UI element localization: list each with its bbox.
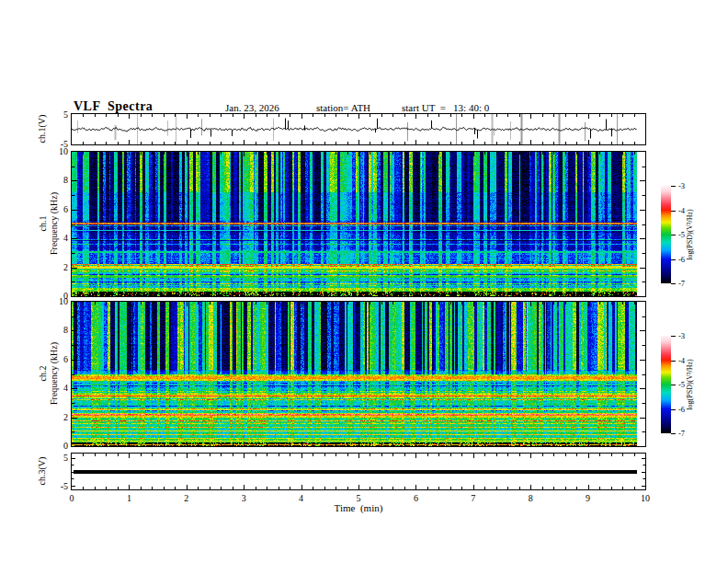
time-axis-label: Time (min) bbox=[335, 502, 383, 513]
colorbar-tick-mark bbox=[671, 259, 676, 260]
date-label: Jan. 23, 2026 bbox=[225, 102, 279, 113]
ch2-spec-ytick: 0 bbox=[46, 442, 68, 451]
time-axis-tick: 9 bbox=[586, 494, 590, 503]
ch2-spec-ytick: 2 bbox=[46, 413, 68, 422]
colorbar-tick-label: -5 bbox=[678, 381, 685, 389]
colorbar-ch2-label: log(PSD)(V²/Hz) bbox=[687, 359, 694, 409]
ch1-wave-ytick: 5 bbox=[46, 110, 68, 120]
colorbar-tick-label: -6 bbox=[678, 255, 685, 263]
ch3-wave-ytick: -5 bbox=[46, 482, 68, 491]
colorbar-tick-label: -7 bbox=[678, 430, 685, 438]
ch2-spec-ytick: 4 bbox=[46, 384, 68, 393]
ch1-spec-ylabel-freq: Frequency (kHz) bbox=[50, 192, 59, 255]
ch3-waveform-canvas bbox=[72, 454, 645, 489]
panel-ch1-spectrogram bbox=[71, 151, 646, 297]
time-axis-tick: 10 bbox=[641, 494, 650, 503]
colorbar-tick-mark bbox=[671, 409, 676, 410]
ch1-spec-ytick: 8 bbox=[46, 176, 68, 185]
colorbar-tick-label: -4 bbox=[678, 356, 685, 364]
ch2-spec-ylabel-freq: Frequency (kHz) bbox=[50, 342, 59, 405]
panel-ch3-waveform bbox=[71, 453, 646, 490]
ch2-spec-ytick: 8 bbox=[46, 326, 68, 335]
colorbar-ch1 bbox=[661, 186, 671, 283]
page-title: VLF Spectra bbox=[74, 99, 153, 114]
ch1-spec-ytick: 6 bbox=[46, 205, 68, 214]
colorbar-tick-label: -3 bbox=[678, 332, 685, 340]
time-axis-tick: 2 bbox=[184, 494, 188, 503]
colorbar-tick-mark bbox=[671, 186, 676, 187]
ch1-spec-ylabel-ch: ch.1 bbox=[39, 216, 48, 232]
time-axis-tick: 6 bbox=[414, 494, 418, 503]
ch2-spectrogram-canvas bbox=[72, 302, 645, 446]
colorbar-ch1-label: log(PSD)(V²/Hz) bbox=[687, 209, 694, 259]
time-axis-tick: 3 bbox=[242, 494, 246, 503]
time-axis-tick: 1 bbox=[127, 494, 131, 503]
ch3-wave-ytick: 5 bbox=[46, 454, 68, 463]
colorbar-tick-label: -3 bbox=[678, 182, 685, 190]
ch1-spec-ytick: 2 bbox=[46, 263, 68, 272]
station-label: station= ATH bbox=[316, 102, 370, 113]
ch2-spec-ytick: 10 bbox=[46, 297, 68, 306]
time-axis-tick: 4 bbox=[299, 494, 303, 503]
time-axis-tick: 8 bbox=[529, 494, 533, 503]
colorbar-tick-mark bbox=[671, 235, 676, 236]
colorbar-tick-mark bbox=[671, 336, 676, 337]
colorbar-tick-mark bbox=[671, 283, 676, 284]
start-ut-label: start UT = 13: 40: 0 bbox=[402, 102, 489, 113]
ch2-spec-ylabel-ch: ch.2 bbox=[39, 366, 48, 382]
ch1-spec-ytick: 4 bbox=[46, 234, 68, 243]
colorbar-tick-mark bbox=[671, 433, 676, 434]
colorbar-ch2 bbox=[661, 336, 671, 433]
colorbar-tick-mark bbox=[671, 211, 676, 212]
colorbar-tick-mark bbox=[671, 361, 676, 362]
colorbar-tick-label: -5 bbox=[678, 231, 685, 239]
colorbar-tick-mark bbox=[671, 385, 676, 385]
colorbar-tick-label: -4 bbox=[678, 206, 685, 214]
ch1-spec-ytick: 10 bbox=[46, 147, 68, 156]
vlf-spectra-figure: VLF Spectra Jan. 23, 2026 station= ATH s… bbox=[0, 0, 728, 563]
time-axis-tick: 7 bbox=[471, 494, 475, 503]
time-axis-tick: 5 bbox=[357, 494, 361, 503]
colorbar-tick-label: -6 bbox=[678, 405, 685, 413]
panel-ch2-spectrogram bbox=[71, 301, 646, 447]
colorbar-tick-label: -7 bbox=[678, 280, 685, 288]
ch1-waveform-canvas bbox=[72, 114, 645, 144]
ch1-spectrogram-canvas bbox=[72, 152, 645, 296]
time-axis-tick: 0 bbox=[70, 494, 74, 503]
ch2-spec-ytick: 6 bbox=[46, 355, 68, 364]
panel-ch1-waveform bbox=[71, 113, 646, 145]
